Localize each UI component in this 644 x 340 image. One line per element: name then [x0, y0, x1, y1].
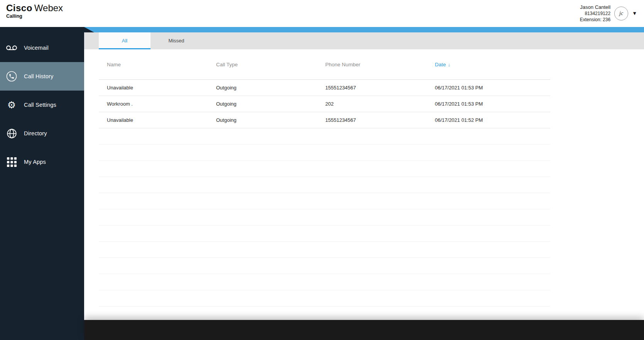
table-row[interactable]: Unavailable Outgoing 15551234567 06/17/2…	[99, 80, 550, 96]
avatar[interactable]: jc	[614, 7, 628, 20]
grid-icon	[6, 157, 17, 167]
user-info: Jason Cantell 8134219122 Extension: 236	[580, 4, 610, 23]
column-header-call-type[interactable]: Call Type	[208, 62, 317, 67]
empty-rows-area	[99, 128, 550, 320]
sort-desc-icon: ↓	[448, 62, 451, 67]
user-name: Jason Cantell	[580, 4, 610, 10]
cell-date: 06/17/2021 01:53 PM	[427, 85, 550, 91]
table-row[interactable]: Workroom . Outgoing 202 06/17/2021 01:53…	[99, 96, 550, 112]
column-header-date-label: Date	[435, 62, 446, 67]
brand-webex: Webex	[34, 3, 63, 13]
cell-name: Workroom .	[99, 101, 208, 107]
sidebar-item-label: My Apps	[24, 159, 46, 165]
cell-phone-number: 202	[317, 101, 427, 107]
brand-cisco: Cisco	[6, 3, 32, 13]
user-phone-number: 8134219122	[580, 10, 610, 17]
brand-product: Calling	[6, 13, 63, 19]
tab-all[interactable]: All	[99, 32, 150, 49]
bottom-bar	[84, 320, 644, 340]
gear-icon: ⚙	[6, 100, 17, 110]
cell-phone-number: 15551234567	[317, 117, 427, 123]
sidebar-notch	[84, 27, 94, 32]
sidebar-item-call-history[interactable]: Call History	[0, 62, 84, 91]
cell-call-type: Outgoing	[208, 117, 317, 123]
sidebar-item-label: Voicemail	[24, 45, 49, 51]
sidebar-item-my-apps[interactable]: My Apps	[0, 148, 84, 176]
cell-call-type: Outgoing	[208, 101, 317, 107]
voicemail-icon	[6, 45, 17, 51]
sidebar: Voicemail Call History ⚙ Call Settings	[0, 27, 84, 340]
column-header-phone-number[interactable]: Phone Number	[317, 62, 427, 67]
top-header: CiscoWebex Calling Jason Cantell 8134219…	[0, 0, 644, 27]
sidebar-item-label: Call Settings	[24, 102, 56, 108]
call-history-table: Name Call Type Phone Number Date↓ Unavai…	[99, 49, 550, 320]
user-extension: Extension: 236	[580, 17, 610, 23]
tab-bar: All Missed	[84, 32, 644, 49]
cell-phone-number: 15551234567	[317, 85, 427, 91]
sidebar-item-label: Call History	[24, 73, 54, 79]
main-panel: All Missed Name Call Type Phone Number D…	[84, 27, 644, 340]
content-area: Voicemail Call History ⚙ Call Settings	[0, 27, 644, 340]
cell-date: 06/17/2021 01:53 PM	[427, 101, 550, 107]
tab-missed[interactable]: Missed	[150, 32, 202, 49]
column-header-name[interactable]: Name	[99, 62, 208, 67]
brand-title: CiscoWebex	[6, 3, 63, 13]
cell-call-type: Outgoing	[208, 85, 317, 91]
column-header-date[interactable]: Date↓	[427, 62, 550, 67]
chevron-down-icon[interactable]: ▼	[632, 7, 637, 20]
sidebar-item-directory[interactable]: Directory	[0, 119, 84, 148]
cell-name: Unavailable	[99, 117, 208, 123]
table-header-row: Name Call Type Phone Number Date↓	[99, 49, 550, 80]
sidebar-item-voicemail[interactable]: Voicemail	[0, 34, 84, 62]
brand-logo: CiscoWebex Calling	[6, 3, 63, 19]
globe-icon	[6, 128, 17, 139]
table-row[interactable]: Unavailable Outgoing 15551234567 06/17/2…	[99, 112, 550, 128]
cell-date: 06/17/2021 01:52 PM	[427, 117, 550, 123]
user-area: Jason Cantell 8134219122 Extension: 236 …	[580, 3, 637, 23]
accent-bar	[84, 27, 644, 32]
phone-icon	[6, 71, 17, 82]
sidebar-item-label: Directory	[24, 130, 47, 136]
cell-name: Unavailable	[99, 85, 208, 91]
sidebar-item-call-settings[interactable]: ⚙ Call Settings	[0, 91, 84, 119]
app-window: CiscoWebex Calling Jason Cantell 8134219…	[0, 0, 644, 340]
